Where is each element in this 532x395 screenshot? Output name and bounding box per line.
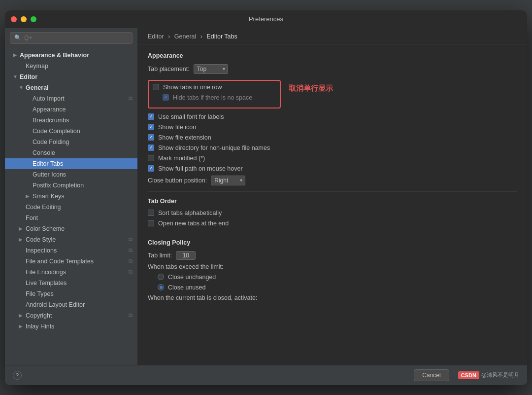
chevron-right-icon: ▶ — [13, 52, 20, 58]
show-file-icon-label: Show file icon — [158, 124, 196, 131]
tab-limit-input[interactable] — [176, 251, 196, 260]
chevron-right-icon: ▶ — [19, 237, 26, 242]
hide-tabs-row: Hide tabs if there is no space — [153, 94, 276, 101]
use-small-font-label: Use small font for labels — [158, 113, 224, 120]
close-button-dropdown[interactable]: Right — [211, 176, 245, 185]
author-name: @清风不是明月 — [481, 371, 519, 379]
copy-icon: ⧉ — [129, 269, 133, 275]
tab-limit-row: Tab limit: — [148, 251, 517, 260]
sidebar-item-code-folding[interactable]: Code Folding — [5, 137, 137, 147]
when-closed-label: When the current tab is closed, activate… — [148, 294, 257, 301]
sidebar: 🔍 ▶ Appearance & Behavior Keymap ▼ Edito… — [5, 28, 138, 365]
when-exceed-label: When tabs exceed the limit: — [148, 263, 224, 270]
close-unchanged-radio[interactable] — [158, 274, 164, 280]
divider-2 — [148, 233, 517, 233]
tab-placement-dropdown[interactable]: Top — [194, 64, 228, 74]
preferences-window: Preferences 🔍 ▶ Appearance & Behavior Ke… — [5, 10, 527, 385]
show-tabs-checkbox[interactable] — [153, 84, 159, 90]
sidebar-item-file-encodings[interactable]: File Encodings ⧉ — [5, 267, 137, 278]
when-closed-row: When the current tab is closed, activate… — [148, 294, 517, 301]
breadcrumb-editor: Editor — [148, 33, 164, 40]
sidebar-item-gutter-icons[interactable]: Gutter Icons — [5, 169, 137, 180]
closing-policy-section-title: Closing Policy — [148, 239, 517, 246]
sidebar-item-smart-keys[interactable]: ▶ Smart Keys — [5, 191, 137, 202]
show-file-icon-row: Show file icon — [148, 124, 517, 131]
sidebar-item-file-code-templates[interactable]: File and Code Templates ⧉ — [5, 256, 137, 267]
close-button[interactable] — [11, 16, 17, 22]
sidebar-item-font[interactable]: Font — [5, 213, 137, 223]
sidebar-item-console[interactable]: Console — [5, 147, 137, 158]
sidebar-list: ▶ Appearance & Behavior Keymap ▼ Editor … — [5, 48, 137, 365]
sidebar-item-postfix-completion[interactable]: Postfix Completion — [5, 180, 137, 191]
sidebar-item-android-layout-editor[interactable]: Android Layout Editor — [5, 299, 137, 310]
tab-placement-label: Tab placement: — [148, 66, 190, 72]
close-unused-radio[interactable] — [158, 284, 164, 290]
close-unchanged-label: Close unchanged — [168, 274, 216, 281]
sidebar-item-code-completion[interactable]: Code Completion — [5, 126, 137, 137]
window-title: Preferences — [249, 15, 283, 23]
search-box[interactable]: 🔍 — [10, 32, 133, 44]
sidebar-item-editor[interactable]: ▼ Editor — [5, 72, 137, 82]
sidebar-item-breadcrumbs[interactable]: Breadcrumbs — [5, 115, 137, 126]
chevron-right-icon: ▶ — [19, 226, 26, 231]
close-unchanged-row: Close unchanged — [148, 274, 517, 281]
search-icon: 🔍 — [14, 35, 21, 41]
help-button[interactable]: ? — [13, 371, 22, 380]
show-full-path-row: Show full path on mouse hover — [148, 165, 517, 172]
copy-icon: ⧉ — [129, 312, 133, 319]
sort-alphabetically-row: Sort tabs alphabetically — [148, 210, 517, 216]
sidebar-item-inspections[interactable]: Inspections ⧉ — [5, 245, 137, 256]
hide-tabs-label: Hide tabs if there is no space — [173, 94, 252, 101]
copy-icon: ⧉ — [129, 95, 133, 102]
sort-alphabetically-label: Sort tabs alphabetically — [158, 210, 222, 216]
sidebar-item-keymap[interactable]: Keymap — [5, 61, 137, 72]
sidebar-item-code-editing[interactable]: Code Editing — [5, 202, 137, 213]
show-file-extension-row: Show file extension — [148, 134, 517, 141]
sidebar-item-appearance-behavior[interactable]: ▶ Appearance & Behavior — [5, 50, 137, 61]
show-full-path-checkbox[interactable] — [148, 165, 154, 172]
show-directory-label: Show directory for non-unique file names — [158, 144, 270, 151]
breadcrumb: Editor › General › Editor Tabs — [138, 28, 527, 44]
tab-order-section-title: Tab Order — [148, 198, 517, 205]
sidebar-item-copyright[interactable]: ▶ Copyright ⧉ — [5, 310, 137, 321]
cancel-button[interactable]: Cancel — [414, 369, 449, 381]
show-file-icon-checkbox[interactable] — [148, 124, 154, 130]
chevron-right-icon: ▶ — [19, 313, 26, 318]
mark-modified-checkbox[interactable] — [148, 155, 154, 161]
mark-modified-row: Mark modified (*) — [148, 155, 517, 162]
when-exceed-label-row: When tabs exceed the limit: — [148, 263, 517, 270]
appearance-section-title: Appearance — [148, 52, 517, 59]
sidebar-item-general[interactable]: ▼ General — [5, 82, 137, 93]
sidebar-item-auto-import[interactable]: Auto Import ⧉ — [5, 93, 137, 104]
sidebar-item-code-style[interactable]: ▶ Code Style ⧉ — [5, 234, 137, 245]
show-file-extension-checkbox[interactable] — [148, 134, 154, 141]
annotation-text: 取消单行显示 — [289, 84, 333, 93]
sidebar-item-appearance[interactable]: Appearance — [5, 104, 137, 115]
tab-placement-value: Top — [197, 66, 206, 72]
open-new-at-end-label: Open new tabs at the end — [158, 220, 229, 227]
window-controls — [11, 16, 36, 22]
tab-placement-row: Tab placement: Top — [148, 64, 517, 74]
minimize-button[interactable] — [21, 16, 27, 22]
hide-tabs-checkbox[interactable] — [163, 94, 169, 101]
show-directory-checkbox[interactable] — [148, 144, 154, 151]
sidebar-item-color-scheme[interactable]: ▶ Color Scheme — [5, 223, 137, 234]
show-full-path-label: Show full path on mouse hover — [158, 165, 243, 172]
sidebar-item-live-templates[interactable]: Live Templates — [5, 278, 137, 288]
sidebar-item-inlay-hints[interactable]: ▶ Inlay Hints — [5, 321, 137, 332]
sidebar-item-editor-tabs[interactable]: Editor Tabs — [5, 158, 137, 169]
maximize-button[interactable] — [31, 16, 36, 22]
use-small-font-checkbox[interactable] — [148, 113, 154, 120]
show-tabs-label: Show tabs in one row — [163, 84, 222, 91]
tab-limit-label: Tab limit: — [148, 252, 172, 259]
mark-modified-label: Mark modified (*) — [158, 155, 205, 162]
main-content: 🔍 ▶ Appearance & Behavior Keymap ▼ Edito… — [5, 28, 527, 365]
sidebar-item-file-types[interactable]: File Types — [5, 288, 137, 299]
search-input[interactable] — [24, 35, 128, 41]
sort-alphabetically-checkbox[interactable] — [148, 210, 154, 216]
close-button-value: Right — [214, 177, 228, 184]
bottom-bar: ? Cancel CSDN @清风不是明月 — [5, 365, 527, 385]
breadcrumb-general: General — [174, 33, 196, 40]
open-new-at-end-checkbox[interactable] — [148, 220, 154, 226]
show-tabs-row: Show tabs in one row — [153, 84, 276, 91]
